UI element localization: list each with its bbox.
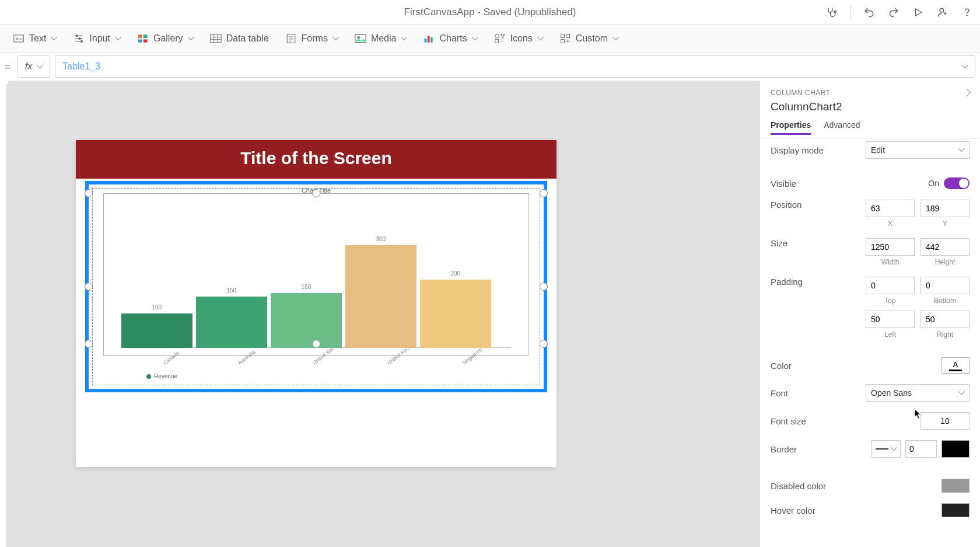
legend-item: Revenue bbox=[146, 373, 177, 379]
prop-label: Border bbox=[771, 444, 797, 454]
input-icon bbox=[73, 33, 85, 44]
panel-object-name: ColumnChart2 bbox=[771, 100, 970, 113]
forms-icon bbox=[285, 33, 297, 44]
ribbon-forms-label: Forms bbox=[302, 33, 328, 44]
chart-box[interactable]: 100150160300200 bbox=[103, 193, 529, 356]
prop-label: Padding bbox=[771, 277, 803, 287]
canvas-scroll[interactable]: Title of the Screen Chart Title 10015016… bbox=[0, 81, 760, 547]
tab-properties[interactable]: Properties bbox=[771, 120, 811, 135]
resize-handle[interactable] bbox=[85, 189, 93, 197]
resize-handle[interactable] bbox=[540, 340, 548, 348]
svg-rect-12 bbox=[138, 34, 142, 38]
position-y-input[interactable] bbox=[921, 200, 970, 217]
prop-label: Color bbox=[771, 361, 792, 371]
prop-font: Font Open Sans bbox=[771, 379, 970, 407]
prop-font-size: Font size bbox=[771, 407, 970, 435]
ribbon-text[interactable]: Abc Text bbox=[13, 33, 57, 44]
legend-label: Revenue bbox=[154, 373, 177, 379]
size-height-input[interactable] bbox=[921, 238, 970, 256]
bar-value-label: 300 bbox=[376, 236, 386, 242]
ribbon-gallery[interactable]: Gallery bbox=[137, 33, 194, 44]
chevron-down-icon bbox=[51, 36, 57, 41]
properties-panel: COLUMN CHART ColumnChart2 Properties Adv… bbox=[760, 81, 980, 547]
prop-hover-color: Hover color bbox=[771, 498, 970, 522]
chevron-down-icon bbox=[37, 64, 43, 69]
svg-point-9 bbox=[76, 34, 78, 36]
resize-handle[interactable] bbox=[540, 283, 548, 291]
prop-disabled-color: Disabled color bbox=[771, 473, 970, 498]
prop-label: Font bbox=[771, 388, 788, 398]
ribbon-charts[interactable]: Charts bbox=[423, 33, 477, 44]
chevron-right-icon[interactable] bbox=[964, 89, 970, 97]
text-icon: Abc bbox=[13, 33, 24, 44]
hover-color-swatch[interactable] bbox=[942, 503, 970, 517]
canvas-page[interactable]: Title of the Screen Chart Title 10015016… bbox=[6, 84, 621, 547]
ribbon-charts-label: Charts bbox=[439, 33, 467, 44]
font-select[interactable]: Open Sans bbox=[866, 384, 970, 402]
padding-top-input[interactable] bbox=[866, 277, 915, 294]
size-width-input[interactable] bbox=[866, 238, 915, 256]
resize-handle[interactable] bbox=[85, 283, 93, 291]
chart-bar: 300 bbox=[345, 245, 416, 348]
sub-label: Left bbox=[866, 330, 915, 339]
screen-title: Title of the Screen bbox=[76, 140, 556, 179]
tab-advanced[interactable]: Advanced bbox=[824, 120, 860, 135]
padding-bottom-input[interactable] bbox=[921, 277, 970, 294]
ribbon-icons[interactable]: +✓ Icons bbox=[494, 33, 543, 44]
sub-label: Right bbox=[921, 330, 970, 339]
sub-label: Height bbox=[921, 258, 970, 266]
disabled-color-swatch[interactable] bbox=[942, 479, 970, 493]
svg-point-0 bbox=[834, 11, 836, 12]
ribbon-input[interactable]: Input bbox=[73, 33, 121, 44]
chart-inner-container: Chart Title 100150160300200 CanadaAustra… bbox=[92, 188, 540, 385]
ribbon-datatable[interactable]: Data table bbox=[210, 33, 269, 44]
padding-left-input[interactable] bbox=[866, 311, 915, 328]
padding-right-input[interactable] bbox=[921, 311, 970, 328]
redo-icon[interactable] bbox=[888, 6, 900, 18]
share-icon[interactable] bbox=[937, 6, 949, 18]
resize-handle[interactable] bbox=[312, 189, 320, 197]
sub-label: Bottom bbox=[921, 297, 970, 305]
resize-handle[interactable] bbox=[85, 340, 93, 348]
fx-dropdown[interactable]: fx bbox=[18, 55, 50, 78]
bar-value-label: 150 bbox=[226, 287, 236, 294]
prop-display-mode: Display mode Edit bbox=[771, 141, 970, 164]
display-mode-select[interactable]: Edit bbox=[866, 141, 970, 159]
chart-selection[interactable]: Chart Title 100150160300200 CanadaAustra… bbox=[85, 181, 547, 392]
prop-label: Size bbox=[771, 238, 788, 248]
play-icon[interactable] bbox=[912, 6, 924, 18]
visible-toggle[interactable]: On bbox=[928, 177, 970, 189]
prop-label: Font size bbox=[771, 416, 806, 426]
chevron-down-icon bbox=[958, 147, 964, 153]
prop-label: Disabled color bbox=[771, 481, 826, 491]
svg-rect-29 bbox=[430, 37, 433, 42]
svg-rect-36 bbox=[566, 34, 569, 37]
ribbon-media-label: Media bbox=[371, 33, 397, 44]
svg-text:Abc: Abc bbox=[16, 36, 23, 41]
gallery-icon bbox=[137, 33, 149, 44]
undo-icon[interactable] bbox=[863, 6, 875, 18]
charts-icon bbox=[423, 33, 435, 44]
svg-rect-15 bbox=[144, 39, 148, 42]
resize-handle[interactable] bbox=[540, 189, 548, 197]
help-icon[interactable] bbox=[961, 6, 973, 18]
position-x-input[interactable] bbox=[866, 200, 915, 217]
border-width-input[interactable] bbox=[905, 440, 937, 458]
svg-rect-32 bbox=[495, 39, 498, 43]
chevron-down-icon bbox=[537, 36, 543, 41]
resize-handle[interactable] bbox=[312, 340, 320, 348]
select-value: Open Sans bbox=[871, 388, 912, 398]
chevron-down-icon bbox=[472, 36, 478, 41]
ribbon-custom[interactable]: Custom bbox=[559, 33, 618, 44]
ribbon-forms[interactable]: Forms bbox=[285, 33, 338, 44]
border-color-swatch[interactable] bbox=[942, 440, 970, 458]
ribbon-media[interactable]: Media bbox=[355, 33, 407, 44]
datatable-icon bbox=[210, 33, 222, 44]
formula-input[interactable]: Table1_3 bbox=[55, 55, 975, 78]
border-style-select[interactable] bbox=[872, 440, 901, 458]
font-color-button[interactable]: A bbox=[942, 357, 970, 374]
font-size-input[interactable] bbox=[921, 412, 970, 430]
insert-ribbon: Abc Text Input Gallery Data table Forms … bbox=[0, 25, 980, 53]
media-icon bbox=[355, 33, 366, 44]
stethoscope-icon[interactable] bbox=[825, 6, 837, 18]
